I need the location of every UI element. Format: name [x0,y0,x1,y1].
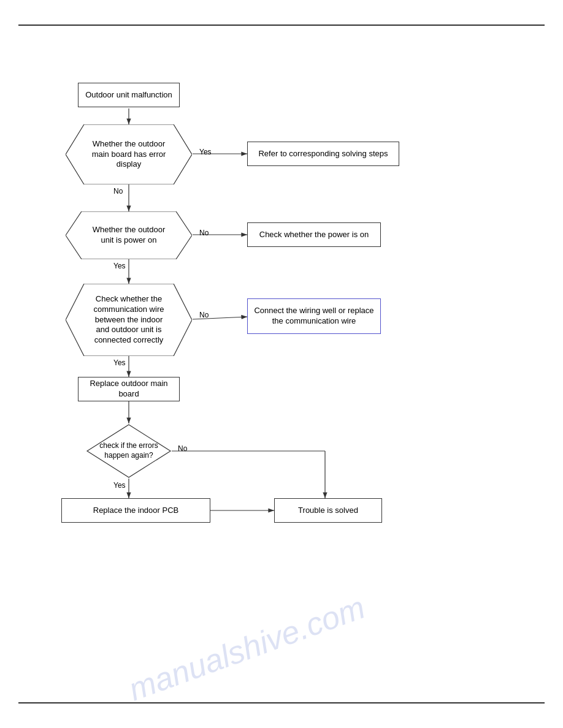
diamond1: check if the errors happen again? [86,423,172,479]
start-label: Outdoor unit malfunction [85,90,172,100]
label-yes4: Yes [113,481,126,490]
label-no1: No [113,187,123,195]
diamond1-container: check if the errors happen again? [86,423,172,479]
label-no3: No [199,311,209,319]
top-border [18,25,545,26]
hex3-box: Check whether the communication wire bet… [66,284,192,356]
rect-right3-label: Connect the wiring well or replace the c… [248,306,380,327]
label-yes1: Yes [199,148,212,156]
rect-right3: Connect the wiring well or replace the c… [247,298,381,334]
label-no2: No [199,229,209,237]
rect-right2-label: Check whether the power is on [259,230,369,240]
rect1: Replace outdoor main board [78,377,180,401]
rect-bottom-right-label: Trouble is solved [298,506,358,516]
rect-bottom-right: Trouble is solved [274,498,382,523]
rect-bottom-left: Replace the indoor PCB [61,498,210,523]
page: Outdoor unit malfunction Whether the out… [0,0,563,728]
label-yes2: Yes [113,262,126,270]
hex1-box: Whether the outdoor main board has error… [66,124,192,184]
rect1-label: Replace outdoor main board [79,379,179,400]
label-no4: No [178,444,187,453]
hex2-box: Whether the outdoor unit is power on [66,211,192,259]
hex1-label: Whether the outdoor main board has error… [88,139,170,170]
rect-right1: Refer to corresponding solving steps [247,142,399,166]
rect-right2: Check whether the power is on [247,222,381,247]
hex3-label: Check whether the communication wire bet… [88,294,170,346]
diamond1-label: check if the errors happen again? [99,441,158,460]
start-box: Outdoor unit malfunction [78,83,180,107]
hex2-label: Whether the outdoor unit is power on [85,225,172,246]
rect-right1-label: Refer to corresponding solving steps [258,149,388,159]
label-yes3: Yes [113,358,126,367]
rect-bottom-left-label: Replace the indoor PCB [93,506,178,516]
flowchart: Outdoor unit malfunction Whether the out… [0,34,563,694]
bottom-border [18,702,545,703]
